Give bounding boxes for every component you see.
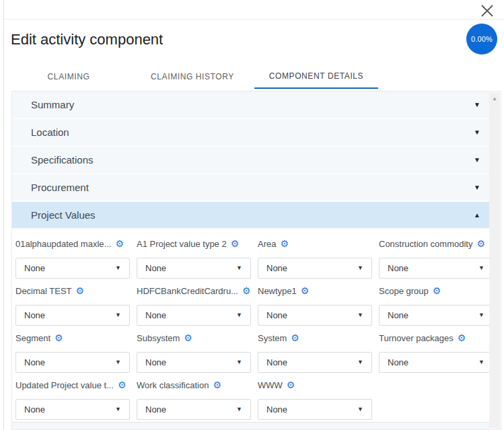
field-area: Area⚙ None▼ <box>258 229 372 277</box>
field-select[interactable]: None▼ <box>137 258 251 279</box>
field-label: System <box>258 333 287 343</box>
field-select[interactable]: None▼ <box>258 352 372 373</box>
gear-icon[interactable]: ⚙ <box>458 333 466 343</box>
chevron-down-icon: ▼ <box>115 265 121 271</box>
field-select[interactable]: None▼ <box>379 258 493 279</box>
tab-component-details[interactable]: COMPONENT DETAILS <box>254 65 378 89</box>
field-label: Scope group <box>379 286 429 296</box>
field-row: Segment⚙ None▼ Subsystem⚙ None▼ System⚙ … <box>12 324 490 371</box>
section-label: Project Values <box>31 209 96 221</box>
gear-icon[interactable]: ⚙ <box>242 286 251 295</box>
chevron-up-icon: ▲ <box>474 212 480 219</box>
gear-icon[interactable]: ⚙ <box>287 380 295 390</box>
field-select[interactable]: None▼ <box>258 258 372 279</box>
select-value: None <box>24 310 45 320</box>
field-segment: Segment⚙ None▼ <box>15 324 130 371</box>
field-label: Subsystem <box>137 333 180 343</box>
select-value: None <box>145 404 166 415</box>
component-details-panel: Summary ▼ Location ▼ Specifications ▼ Pr… <box>11 91 501 430</box>
chevron-down-icon: ▼ <box>115 359 121 365</box>
field-select[interactable]: None▼ <box>379 305 493 326</box>
field-turnover-packages: Turnover packages⚙ None▼ <box>379 324 493 371</box>
chevron-down-icon: ▼ <box>236 359 242 365</box>
field-label: Updated Project value t... <box>15 380 114 390</box>
field-newtype1: Newtype1⚙ None▼ <box>258 277 372 324</box>
chevron-down-icon: ▼ <box>478 312 484 318</box>
field-label: 01alphaupdated maxle... <box>15 239 111 249</box>
close-icon <box>478 2 496 22</box>
tab-claiming[interactable]: CLAIMING <box>7 65 131 89</box>
tab-bar: CLAIMING CLAIMING HISTORY COMPONENT DETA… <box>7 65 378 89</box>
field-select[interactable]: None▼ <box>15 399 130 420</box>
scroll-up-icon[interactable]: ▲ <box>489 96 500 102</box>
select-value: None <box>388 310 408 320</box>
field-system: System⚙ None▼ <box>258 324 372 371</box>
dialog-left-edge <box>3 0 4 430</box>
section-procurement[interactable]: Procurement ▼ <box>12 174 490 202</box>
field-label: Work classification <box>137 380 209 390</box>
select-value: None <box>24 357 45 367</box>
accordion: Summary ▼ Location ▼ Specifications ▼ Pr… <box>12 92 490 430</box>
field-select[interactable]: None▼ <box>15 305 130 326</box>
gear-icon[interactable]: ⚙ <box>433 286 441 295</box>
chevron-down-icon: ▼ <box>115 312 121 318</box>
section-specifications[interactable]: Specifications ▼ <box>12 147 490 174</box>
field-hdfcbankcreditcard: HDFCBankCreditCardru...⚙ None▼ <box>137 277 251 324</box>
section-project-values[interactable]: Project Values ▲ <box>12 202 490 229</box>
field-select[interactable]: None▼ <box>137 352 251 373</box>
section-location[interactable]: Location ▼ <box>12 119 490 147</box>
field-select[interactable]: None▼ <box>15 258 130 279</box>
gear-icon[interactable]: ⚙ <box>76 286 85 295</box>
chevron-down-icon: ▼ <box>474 129 480 136</box>
select-value: None <box>24 263 45 273</box>
gear-icon[interactable]: ⚙ <box>280 239 289 248</box>
field-select[interactable]: None▼ <box>15 352 130 373</box>
gear-icon[interactable]: ⚙ <box>55 333 63 343</box>
field-select[interactable]: None▼ <box>137 305 251 326</box>
close-button[interactable] <box>478 3 496 21</box>
field-construction-commodity: Construction commodity⚙ None▼ <box>379 229 493 277</box>
gear-icon[interactable]: ⚙ <box>184 333 192 343</box>
field-select[interactable]: None▼ <box>379 352 493 373</box>
chevron-down-icon: ▼ <box>478 265 484 271</box>
header-divider <box>4 19 504 20</box>
gear-icon[interactable]: ⚙ <box>118 380 127 390</box>
chevron-down-icon: ▼ <box>474 157 480 164</box>
next-section-partial[interactable] <box>12 422 490 430</box>
field-subsystem: Subsystem⚙ None▼ <box>137 324 251 371</box>
field-www: WWW⚙ None▼ <box>258 371 372 418</box>
field-label: Segment <box>15 333 50 343</box>
field-label: Construction commodity <box>379 239 472 249</box>
chevron-down-icon: ▼ <box>357 265 363 271</box>
tab-claiming-history[interactable]: CLAIMING HISTORY <box>131 65 254 89</box>
chevron-down-icon: ▼ <box>236 406 242 413</box>
chevron-down-icon: ▼ <box>357 406 363 413</box>
gear-icon[interactable]: ⚙ <box>476 239 485 248</box>
chevron-down-icon: ▼ <box>357 359 363 365</box>
gear-icon[interactable]: ⚙ <box>213 380 221 390</box>
select-value: None <box>145 310 166 320</box>
select-value: None <box>145 263 166 273</box>
chevron-down-icon: ▼ <box>357 312 363 318</box>
field-label: HDFCBankCreditCardru... <box>137 286 238 296</box>
select-value: None <box>24 404 45 415</box>
select-value: None <box>388 357 408 367</box>
chevron-down-icon: ▼ <box>236 312 242 318</box>
field-01alphaupdated: 01alphaupdated maxle...⚙ None▼ <box>15 229 130 277</box>
field-row: Updated Project value t...⚙ None▼ Work c… <box>12 371 490 418</box>
gear-icon[interactable]: ⚙ <box>301 286 310 295</box>
gear-icon[interactable]: ⚙ <box>115 239 124 248</box>
field-select[interactable]: None▼ <box>137 399 251 420</box>
gear-icon[interactable]: ⚙ <box>291 333 299 343</box>
section-summary[interactable]: Summary ▼ <box>12 92 490 119</box>
gear-icon[interactable]: ⚙ <box>231 239 240 248</box>
field-label: A1 Project value type 2 <box>137 239 227 249</box>
field-select[interactable]: None▼ <box>258 399 372 420</box>
field-a1-project-value-type-2: A1 Project value type 2⚙ None▼ <box>137 229 251 277</box>
field-decimal-test: Decimal TEST⚙ None▼ <box>15 277 130 324</box>
field-select[interactable]: None▼ <box>258 305 372 326</box>
select-value: None <box>266 310 287 320</box>
scrollbar[interactable]: ▲ <box>489 92 500 429</box>
field-label: Area <box>258 239 276 249</box>
select-value: None <box>145 357 166 367</box>
